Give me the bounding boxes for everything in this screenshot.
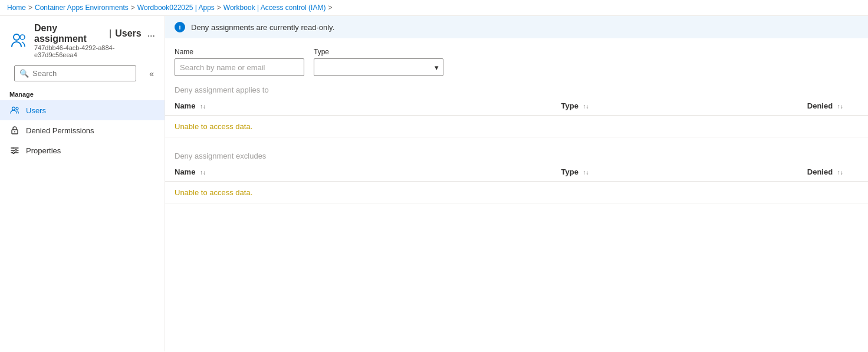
applies-table-wrapper: Name ↑↓ Type ↑↓ Denied ↑↓ bbox=[165, 97, 868, 137]
filter-row: Name Type User Group Service Principal ▾ bbox=[165, 38, 868, 81]
type-filter-group: Type User Group Service Principal ▾ bbox=[314, 48, 443, 76]
info-banner-text: Deny assignments are currently read-only… bbox=[191, 23, 334, 32]
sidebar-item-properties[interactable]: Properties bbox=[0, 140, 165, 160]
page-title-block: Deny assignment | Users ... 747dbb46-4ac… bbox=[0, 16, 165, 61]
svg-point-9 bbox=[12, 147, 14, 149]
excludes-table-header: Name ↑↓ Type ↑↓ Denied ↑↓ bbox=[165, 163, 868, 182]
sidebar-item-denied-permissions[interactable]: Denied Permissions bbox=[0, 120, 165, 140]
users-nav-icon bbox=[9, 105, 20, 116]
applies-error-cell: Unable to access data. bbox=[165, 116, 868, 137]
svg-point-2 bbox=[12, 107, 15, 110]
type-filter-select[interactable]: User Group Service Principal bbox=[314, 58, 443, 76]
type-filter-label: Type bbox=[314, 48, 443, 56]
main-content: i Deny assignments are currently read-on… bbox=[165, 16, 868, 351]
breadcrumb-home[interactable]: Home bbox=[7, 4, 26, 12]
users-large-icon bbox=[9, 31, 28, 50]
svg-point-3 bbox=[16, 107, 18, 110]
applies-error-text: Unable to access data. bbox=[175, 122, 252, 131]
excludes-error-cell: Unable to access data. bbox=[165, 182, 868, 203]
sidebar: Deny assignment | Users ... 747dbb46-4ac… bbox=[0, 16, 165, 351]
svg-point-10 bbox=[15, 150, 17, 152]
breadcrumb-iam[interactable]: Workbook | Access control (IAM) bbox=[223, 4, 326, 12]
excludes-error-text: Unable to access data. bbox=[175, 188, 252, 197]
svg-point-11 bbox=[13, 152, 15, 154]
ellipsis-button[interactable]: ... bbox=[147, 28, 155, 39]
applies-table-row: Unable to access data. bbox=[165, 116, 868, 137]
applies-denied-col-header[interactable]: Denied ↑↓ bbox=[798, 97, 868, 116]
lock-icon bbox=[9, 125, 20, 136]
breadcrumb: Home > Container Apps Environments > Wor… bbox=[0, 0, 868, 16]
excludes-table: Name ↑↓ Type ↑↓ Denied ↑↓ bbox=[165, 163, 868, 203]
denied-permissions-nav-label: Denied Permissions bbox=[26, 126, 94, 135]
applies-table-header: Name ↑↓ Type ↑↓ Denied ↑↓ bbox=[165, 97, 868, 116]
sidebar-item-users[interactable]: Users bbox=[0, 100, 165, 120]
type-sort-icon: ↑↓ bbox=[583, 103, 589, 110]
name-filter-input[interactable] bbox=[175, 58, 304, 76]
page-title-separator: | bbox=[109, 28, 111, 39]
info-banner: i Deny assignments are currently read-on… bbox=[165, 16, 868, 38]
excludes-name-col-header[interactable]: Name ↑↓ bbox=[165, 163, 552, 182]
type-filter-wrapper: User Group Service Principal ▾ bbox=[314, 58, 443, 76]
breadcrumb-container-apps[interactable]: Container Apps Environments bbox=[35, 4, 129, 12]
excludes-table-row: Unable to access data. bbox=[165, 182, 868, 203]
excludes-name-sort-icon: ↑↓ bbox=[200, 169, 206, 176]
excludes-section: Deny assignment excludes Name ↑↓ Type ↑↓ bbox=[165, 147, 868, 203]
page-title-right: Users bbox=[115, 28, 141, 39]
applies-section: Deny assignment applies to Name ↑↓ Type … bbox=[165, 81, 868, 137]
name-filter-label: Name bbox=[175, 48, 304, 56]
search-icon: 🔍 bbox=[19, 69, 29, 78]
excludes-type-col-header[interactable]: Type ↑↓ bbox=[552, 163, 798, 182]
collapse-button[interactable]: « bbox=[146, 67, 157, 81]
manage-label: Manage bbox=[0, 86, 165, 100]
page-title-left: Deny assignment bbox=[34, 23, 106, 44]
applies-section-title: Deny assignment applies to bbox=[165, 81, 868, 97]
excludes-section-title: Deny assignment excludes bbox=[165, 147, 868, 163]
applies-name-col-header[interactable]: Name ↑↓ bbox=[165, 97, 552, 116]
excludes-denied-sort-icon: ↑↓ bbox=[837, 169, 843, 176]
excludes-table-wrapper: Name ↑↓ Type ↑↓ Denied ↑↓ bbox=[165, 163, 868, 203]
svg-point-1 bbox=[20, 35, 25, 40]
info-icon: i bbox=[175, 22, 185, 32]
excludes-denied-col-header[interactable]: Denied ↑↓ bbox=[798, 163, 868, 182]
excludes-type-sort-icon: ↑↓ bbox=[583, 169, 589, 176]
properties-nav-label: Properties bbox=[26, 146, 61, 155]
sidebar-search-input[interactable] bbox=[32, 69, 131, 78]
page-subtitle: 747dbb46-4acb-4292-a884-e37d9c56eea4 bbox=[34, 44, 155, 58]
applies-type-col-header[interactable]: Type ↑↓ bbox=[552, 97, 798, 116]
denied-sort-icon: ↑↓ bbox=[837, 103, 843, 110]
sliders-icon bbox=[9, 145, 20, 156]
svg-point-5 bbox=[14, 131, 15, 133]
name-filter-group: Name bbox=[175, 48, 304, 76]
users-nav-label: Users bbox=[26, 106, 46, 115]
applies-table: Name ↑↓ Type ↑↓ Denied ↑↓ bbox=[165, 97, 868, 137]
sidebar-search-box: 🔍 bbox=[14, 65, 136, 81]
breadcrumb-apps[interactable]: Wordbook022025 | Apps bbox=[137, 4, 215, 12]
name-sort-icon: ↑↓ bbox=[200, 103, 206, 110]
svg-point-0 bbox=[14, 34, 19, 40]
